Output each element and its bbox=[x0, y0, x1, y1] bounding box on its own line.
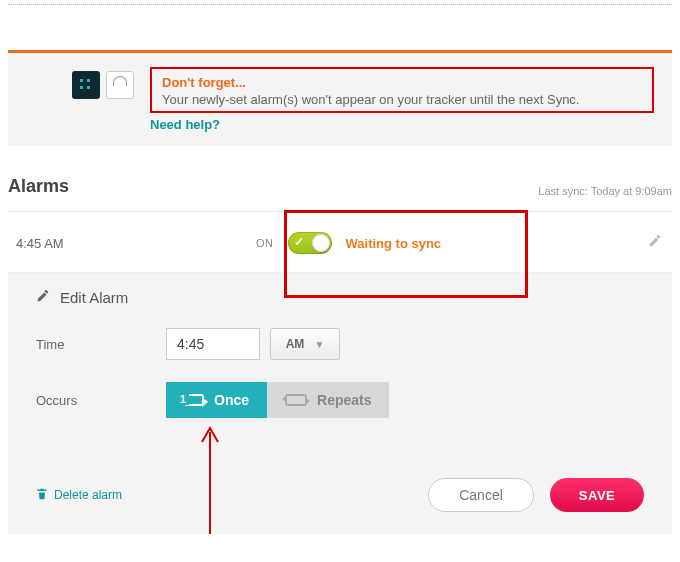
trash-icon bbox=[36, 488, 48, 503]
once-icon bbox=[184, 394, 204, 406]
need-help-link[interactable]: Need help? bbox=[150, 117, 220, 132]
notice-headline: Don't forget... bbox=[162, 75, 642, 90]
time-input[interactable] bbox=[166, 328, 260, 360]
save-button[interactable]: SAVE bbox=[550, 478, 644, 512]
edit-header: Edit Alarm bbox=[36, 289, 644, 306]
edit-alarm-panel: Edit Alarm Time AM ▼ Occurs Once Repeats bbox=[8, 273, 672, 534]
alarm-time-display: 4:45 AM bbox=[16, 236, 256, 251]
edit-alarm-icon[interactable] bbox=[648, 234, 662, 251]
alarm-toggle[interactable]: ✓ bbox=[288, 232, 332, 254]
repeats-label: Repeats bbox=[317, 392, 371, 408]
edit-actions: Delete alarm Cancel SAVE bbox=[36, 478, 644, 512]
check-icon: ✓ bbox=[294, 235, 304, 249]
repeat-icon bbox=[285, 394, 307, 406]
occurs-label: Occurs bbox=[36, 393, 166, 408]
alarm-row: 4:45 AM ON ✓ Waiting to sync bbox=[8, 212, 672, 273]
tracker-icon bbox=[72, 71, 100, 99]
toggle-knob bbox=[312, 234, 330, 252]
ampm-value: AM bbox=[286, 337, 305, 351]
notice-subtext: Your newly-set alarm(s) won't appear on … bbox=[162, 92, 642, 107]
delete-alarm-label: Delete alarm bbox=[54, 488, 122, 502]
highlight-notice: Don't forget... Your newly-set alarm(s) … bbox=[150, 67, 654, 113]
chevron-down-icon: ▼ bbox=[314, 339, 324, 350]
delete-alarm-link[interactable]: Delete alarm bbox=[36, 488, 122, 503]
time-field-row: Time AM ▼ bbox=[36, 328, 644, 360]
section-divider bbox=[8, 4, 672, 5]
cancel-button[interactable]: Cancel bbox=[428, 478, 534, 512]
pencil-icon bbox=[36, 289, 50, 306]
edit-header-label: Edit Alarm bbox=[60, 289, 128, 306]
occurs-segmented: Once Repeats bbox=[166, 382, 389, 418]
toggle-state-label: ON bbox=[256, 237, 274, 249]
occurs-once-button[interactable]: Once bbox=[166, 382, 267, 418]
scale-icon bbox=[106, 71, 134, 99]
alarms-header: Alarms Last sync: Today at 9:09am bbox=[8, 176, 672, 212]
last-sync-label: Last sync: Today at 9:09am bbox=[538, 185, 672, 197]
ampm-select[interactable]: AM ▼ bbox=[270, 328, 340, 360]
occurs-field-row: Occurs Once Repeats bbox=[36, 382, 644, 418]
once-label: Once bbox=[214, 392, 249, 408]
sync-status: Waiting to sync bbox=[346, 236, 442, 251]
occurs-repeats-button[interactable]: Repeats bbox=[267, 382, 389, 418]
sync-notice: Don't forget... Your newly-set alarm(s) … bbox=[8, 50, 672, 146]
section-title: Alarms bbox=[8, 176, 69, 197]
device-icons bbox=[72, 71, 134, 99]
time-label: Time bbox=[36, 337, 166, 352]
